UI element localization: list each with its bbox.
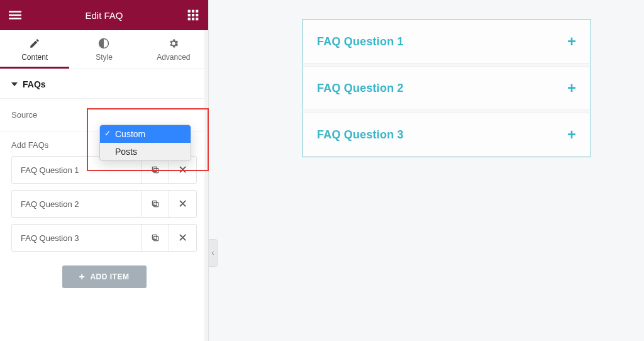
duplicate-button[interactable]	[141, 225, 169, 251]
panel-collapse-handle[interactable]: ‹	[209, 239, 218, 267]
faq-widget[interactable]: FAQ Question 1 + FAQ Question 2 + FAQ Qu…	[302, 19, 591, 157]
app-root: Edit FAQ Content Style Advanced FAQs	[0, 0, 644, 341]
dropdown-option-posts[interactable]: Posts	[100, 143, 191, 160]
panel-header: Edit FAQ	[0, 0, 208, 30]
plus-icon: +	[79, 272, 86, 282]
tab-label: Content	[21, 53, 48, 62]
panel-title: Edit FAQ	[85, 10, 123, 21]
apps-icon[interactable]	[187, 9, 199, 21]
gear-icon	[168, 38, 179, 49]
svg-rect-0	[9, 11, 21, 13]
tab-style[interactable]: Style	[69, 30, 138, 69]
add-item-button[interactable]: + ADD ITEM	[62, 266, 147, 288]
remove-button[interactable]: ✕	[169, 225, 196, 251]
svg-rect-11	[196, 18, 198, 20]
svg-rect-8	[196, 14, 198, 16]
faq-item-label: FAQ Question 3	[12, 225, 141, 251]
section-label: FAQs	[23, 79, 46, 89]
duplicate-button[interactable]	[141, 191, 169, 217]
tab-content[interactable]: Content	[0, 30, 69, 69]
remove-button[interactable]: ✕	[169, 191, 196, 217]
faq-question-header[interactable]: FAQ Question 3 +	[303, 113, 591, 157]
svg-rect-14	[152, 167, 157, 171]
contrast-icon	[98, 38, 109, 49]
preview-area: ‹ FAQ Question 1 + FAQ Question 2 + FAQ …	[209, 0, 644, 341]
faq-item-label: FAQ Question 2	[12, 191, 141, 217]
expand-icon: +	[567, 79, 576, 97]
expand-icon: +	[567, 126, 576, 143]
svg-rect-5	[196, 10, 198, 13]
svg-rect-6	[188, 14, 191, 16]
close-icon: ✕	[178, 197, 187, 211]
close-icon: ✕	[178, 163, 187, 177]
faq-question-text: FAQ Question 3	[317, 128, 404, 142]
svg-rect-10	[192, 18, 194, 20]
faq-question-text: FAQ Question 1	[317, 35, 404, 48]
svg-rect-17	[153, 237, 158, 241]
copy-icon	[151, 233, 160, 242]
svg-rect-2	[9, 18, 21, 19]
chevron-left-icon: ‹	[212, 249, 214, 257]
svg-rect-9	[188, 18, 191, 20]
copy-icon	[151, 199, 160, 208]
chevron-down-icon	[11, 82, 18, 86]
svg-rect-7	[192, 14, 194, 16]
faq-items-list: FAQ Question 1 ✕ FAQ Question 2 ✕ FAQ Qu…	[0, 156, 208, 252]
source-label: Source	[11, 110, 37, 120]
scrollbar-track[interactable]	[204, 30, 208, 341]
menu-icon[interactable]	[9, 9, 21, 21]
panel-tabs: Content Style Advanced	[0, 30, 208, 69]
close-icon: ✕	[178, 231, 187, 245]
section-faqs[interactable]: FAQs	[0, 69, 208, 99]
svg-rect-15	[153, 203, 158, 207]
dropdown-option-custom[interactable]: Custom	[100, 125, 191, 143]
faq-row: FAQ Question 3 +	[303, 113, 591, 157]
svg-rect-18	[152, 235, 157, 239]
source-dropdown[interactable]: Custom Posts	[99, 125, 191, 161]
svg-rect-4	[192, 10, 194, 13]
list-item[interactable]: FAQ Question 3 ✕	[11, 224, 197, 252]
tab-label: Style	[96, 53, 113, 62]
add-item-label: ADD ITEM	[90, 272, 129, 281]
faq-row: FAQ Question 1 +	[303, 20, 591, 66]
svg-rect-3	[188, 10, 191, 13]
tab-label: Advanced	[157, 53, 190, 62]
faq-question-header[interactable]: FAQ Question 1 +	[303, 20, 591, 64]
editor-panel: Edit FAQ Content Style Advanced FAQs	[0, 0, 209, 341]
expand-icon: +	[567, 33, 576, 50]
list-item[interactable]: FAQ Question 2 ✕	[11, 190, 197, 218]
faq-row: FAQ Question 2 +	[303, 66, 591, 113]
pencil-icon	[29, 38, 40, 49]
svg-rect-1	[9, 14, 21, 16]
faq-question-header[interactable]: FAQ Question 2 +	[303, 66, 591, 110]
faq-question-text: FAQ Question 2	[317, 82, 404, 95]
copy-icon	[151, 165, 160, 174]
svg-rect-13	[153, 169, 158, 173]
svg-rect-16	[152, 201, 157, 205]
tab-advanced[interactable]: Advanced	[139, 30, 208, 69]
